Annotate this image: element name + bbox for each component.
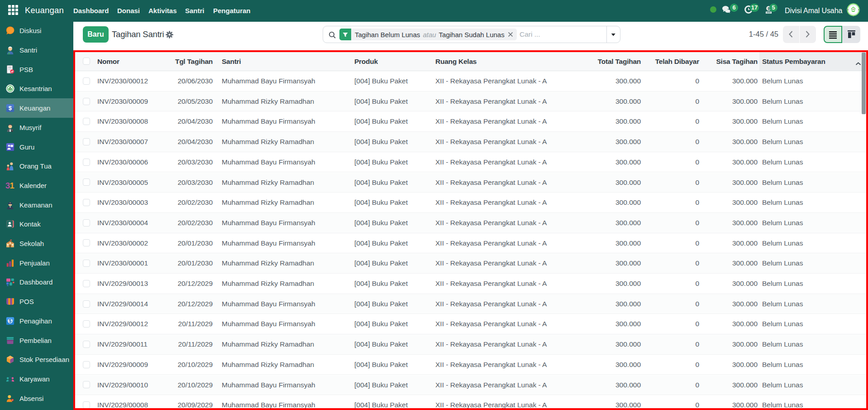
- svg-text:1: 1: [10, 181, 14, 190]
- svg-text:$: $: [9, 318, 12, 323]
- svg-text:$: $: [9, 105, 12, 111]
